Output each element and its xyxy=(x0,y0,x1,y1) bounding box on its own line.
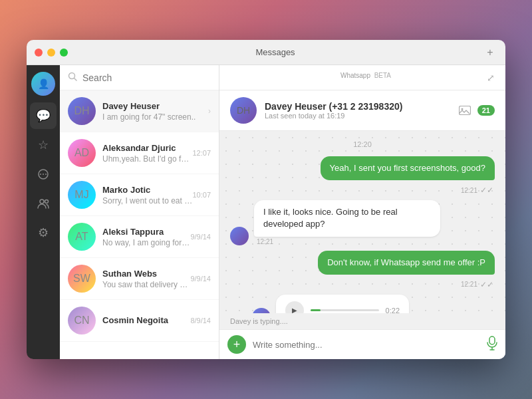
expand-icon[interactable]: ⤢ xyxy=(487,72,495,83)
icon-sidebar: 👤 💬 ☆ ⚙ xyxy=(27,65,60,359)
titlebar: Messages + xyxy=(27,40,505,65)
conv-preview: No way, I am going for gold one.. xyxy=(102,238,190,247)
add-attachment-button[interactable]: + xyxy=(227,335,246,354)
svg-point-2 xyxy=(43,174,44,175)
voice-message-bubble: ▶ 0:22 xyxy=(276,295,409,313)
whatsapp-titlebar: Whatsapp BETA ⤢ xyxy=(219,65,505,90)
conv-meta: 9/9/14 xyxy=(190,275,211,283)
list-item[interactable]: MJ Marko Jotic Sorry, I went out to eat … xyxy=(60,174,219,216)
message-avatar xyxy=(252,308,271,313)
chat-header-actions: 21 xyxy=(459,105,495,116)
conversations-list: DH Davey Heuser I am going for 47" scree… xyxy=(60,90,219,359)
message-time: 12:21 xyxy=(461,187,477,194)
conv-meta: 10:07 xyxy=(192,191,211,199)
voice-message-row: 12:22 ▶ 0:22 xyxy=(230,295,495,313)
conv-info: Marko Jotic Sorry, I went out to eat som… xyxy=(102,185,192,205)
conv-name: Suthan Webs xyxy=(102,269,190,279)
input-bar: + xyxy=(219,329,505,359)
chat-header: DH Davey Heuser (+31 2 23198320) Last se… xyxy=(219,90,505,131)
conv-time: 9/9/14 xyxy=(190,233,211,241)
svg-point-1 xyxy=(40,174,41,175)
minimize-button[interactable] xyxy=(47,49,55,57)
conv-time: 12:07 xyxy=(192,149,211,157)
typing-indicator: Davey is typing.... xyxy=(219,313,505,329)
conv-info: Aleksandar Djuric Uhm,yeah. But I'd go f… xyxy=(102,143,192,164)
conv-name: Davey Heuser xyxy=(102,101,208,111)
main-body: 👤 💬 ☆ ⚙ xyxy=(27,65,505,359)
sidebar-item-messages[interactable] xyxy=(30,161,57,188)
avatar: CN xyxy=(68,307,96,334)
close-button[interactable] xyxy=(35,49,43,57)
conv-meta: 8/9/14 xyxy=(190,317,211,325)
conversations-panel: DH Davey Heuser I am going for 47" scree… xyxy=(60,65,219,359)
conv-preview: I am going for 47" screen.. xyxy=(102,112,208,122)
conv-time: 8/9/14 xyxy=(190,317,211,325)
conv-info: Davey Heuser I am going for 47" screen.. xyxy=(102,101,208,122)
list-item[interactable]: AD Aleksandar Djuric Uhm,yeah. But I'd g… xyxy=(60,132,219,174)
conv-preview: Uhm,yeah. But I'd go for black .. xyxy=(102,154,192,164)
message-row: Yeah, I sent you first screenshots, good… xyxy=(230,156,495,180)
message-meta-sent: 12:21 ✓✓ xyxy=(230,186,495,195)
conv-name: Cosmin Negoita xyxy=(102,315,190,325)
sidebar-item-settings[interactable]: ⚙ xyxy=(30,219,57,246)
compose-icon[interactable]: + xyxy=(483,45,497,60)
chat-contact-info: Davey Heuser (+31 2 23198320) Last seen … xyxy=(265,101,459,120)
svg-point-9 xyxy=(461,108,463,110)
svg-point-5 xyxy=(45,200,49,203)
avatar: DH xyxy=(68,97,96,125)
conv-time: 10:07 xyxy=(192,191,211,199)
message-bubble-received: I like it, looks nice. Going to be real … xyxy=(254,200,440,236)
checkmark-icon: ✓✓ xyxy=(480,186,493,195)
microphone-button[interactable] xyxy=(487,336,497,354)
whatsapp-title: Whatsapp BETA xyxy=(243,72,487,83)
message-meta-sent: 12:21 ✓✓ xyxy=(230,280,495,289)
play-button[interactable]: ▶ xyxy=(285,301,304,313)
voice-duration: 0:22 xyxy=(386,307,400,313)
svg-point-3 xyxy=(45,174,47,175)
chat-contact-avatar: DH xyxy=(230,97,257,124)
conv-meta: › xyxy=(208,106,211,116)
chat-contact-status: Last seen today at 16:19 xyxy=(265,112,459,120)
message-avatar xyxy=(230,227,249,245)
conv-preview: You saw that delivery video? :) xyxy=(102,280,190,289)
list-item[interactable]: AT Aleksi Tappura No way, I am going for… xyxy=(60,216,219,258)
time-divider: 12:20 xyxy=(230,140,495,148)
checkmark-icon: ✓✓ xyxy=(480,280,493,289)
message-bubble-sent: Don't know, if Whatsapp send me offer :P xyxy=(318,251,495,275)
avatar: MJ xyxy=(68,181,96,209)
conv-meta: 12:07 xyxy=(192,149,211,157)
sidebar-item-favorites[interactable]: ☆ xyxy=(30,132,57,158)
sidebar-item-chat[interactable]: 💬 xyxy=(30,102,57,129)
conv-meta: 9/9/14 xyxy=(190,233,211,241)
search-input[interactable] xyxy=(82,72,211,83)
conv-info: Suthan Webs You saw that delivery video?… xyxy=(102,269,190,289)
search-bar xyxy=(60,65,219,90)
svg-line-7 xyxy=(74,78,77,81)
user-avatar[interactable]: 👤 xyxy=(31,72,55,96)
voice-waveform xyxy=(311,309,379,311)
conv-info: Aleksi Tappura No way, I am going for go… xyxy=(102,227,190,247)
avatar: AT xyxy=(68,223,96,251)
conv-name: Aleksandar Djuric xyxy=(102,143,192,153)
conv-time: 9/9/14 xyxy=(190,275,211,283)
svg-rect-10 xyxy=(489,336,495,344)
waveform-progress xyxy=(311,309,321,311)
list-item[interactable]: CN Cosmin Negoita 8/9/14 xyxy=(60,300,219,342)
list-item[interactable]: DH Davey Heuser I am going for 47" scree… xyxy=(60,90,219,132)
message-time: 12:21 xyxy=(254,238,440,245)
chat-contact-name: Davey Heuser (+31 2 23198320) xyxy=(265,101,459,112)
message-input[interactable] xyxy=(253,340,480,350)
list-item[interactable]: SW Suthan Webs You saw that delivery vid… xyxy=(60,258,219,300)
conv-name: Aleksi Tappura xyxy=(102,227,190,237)
avatar: SW xyxy=(68,265,96,293)
chevron-right-icon: › xyxy=(208,106,211,116)
sidebar-item-contacts[interactable] xyxy=(30,190,57,217)
conv-info: Cosmin Negoita xyxy=(102,315,190,327)
svg-point-4 xyxy=(40,200,44,203)
chat-panel: Whatsapp BETA ⤢ DH Davey Heuser (+31 2 2… xyxy=(219,65,505,359)
image-icon xyxy=(459,106,471,115)
message-row: Don't know, if Whatsapp send me offer :P xyxy=(230,251,495,275)
avatar: AD xyxy=(68,139,96,167)
maximize-button[interactable] xyxy=(60,49,68,57)
main-window: Messages + 👤 💬 ☆ xyxy=(27,40,505,359)
